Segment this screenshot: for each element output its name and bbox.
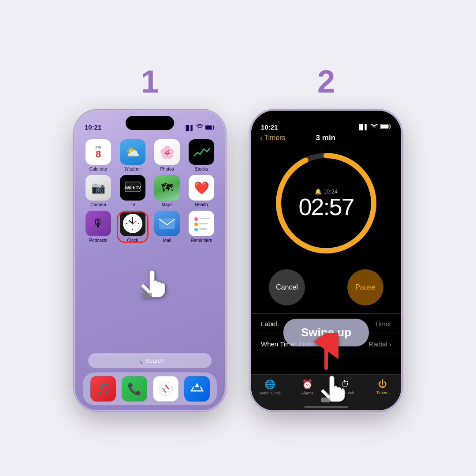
reminders-label: Reminders (191, 238, 212, 243)
mail-label: Mail (163, 238, 171, 243)
app-weather[interactable]: ⛅ Weather (117, 139, 148, 171)
iphone-1: 10:21 ▐▌▌ (75, 111, 225, 410)
svg-rect-35 (321, 398, 331, 402)
dock-phone[interactable]: 📞 (122, 376, 147, 402)
svg-rect-18 (199, 223, 208, 224)
svg-rect-14 (159, 218, 175, 229)
cal-day-num: 8 (96, 149, 101, 159)
svg-rect-20 (199, 228, 207, 230)
ends-row-value: Radial › (368, 340, 391, 348)
photos-label: Photos (160, 167, 174, 171)
search-icon: 🔍 (136, 357, 143, 364)
maps-label: Maps (162, 202, 172, 207)
app-podcasts[interactable]: 🎙 Podcasts (83, 211, 114, 243)
dock-appstore[interactable] (184, 376, 210, 402)
label-row-name: Label (261, 320, 277, 327)
timer-nav-title: 3 min (316, 134, 335, 142)
step-1-number: 1 (141, 66, 159, 97)
iphone-2: 10:21 ▐▌▌ (251, 111, 401, 410)
timer-screen: ‹ Timers 3 min 🔔 10:24 (251, 111, 401, 410)
pause-button[interactable]: Pause (347, 269, 383, 305)
dynamic-island-1 (126, 116, 174, 130)
alarms-label: Alarms (301, 391, 313, 395)
svg-point-15 (194, 217, 198, 221)
podcasts-label: Podcasts (89, 238, 107, 243)
health-label: Health (195, 202, 208, 207)
status-icons-1: ▐▌▌ (184, 124, 215, 131)
weather-label: Weather (124, 167, 141, 171)
camera-label: Camera (90, 202, 106, 207)
dock-1: 🎵 📞 (83, 372, 217, 405)
back-button[interactable]: ‹ Timers (260, 134, 286, 142)
svg-rect-1 (206, 125, 212, 129)
stocks-label: Stocks (195, 167, 208, 171)
status-icons-2: ▐▌▌ (357, 123, 391, 131)
step-2-wrapper: 2 10:21 ▐▌▌ (251, 66, 401, 410)
app-stocks[interactable]: Stocks (186, 139, 217, 171)
alarms-icon: ⏰ (302, 379, 313, 390)
svg-text:apple TV: apple TV (124, 185, 141, 190)
app-calendar[interactable]: FRI 8 Calendar (83, 139, 114, 171)
search-label: Search (145, 357, 164, 364)
app-tv[interactable]: apple TV TV (117, 175, 148, 207)
main-container: 1 10:21 ▐▌▌ (0, 0, 476, 476)
status-time-1: 10:21 (85, 123, 101, 131)
app-health[interactable]: ❤️ Health (186, 175, 217, 207)
step-2-number: 2 (317, 66, 335, 97)
arrow-up (313, 333, 339, 374)
signal-icon-2: ▐▌▌ (357, 124, 368, 130)
back-label: Timers (264, 134, 285, 142)
hand-cursor-1 (137, 266, 167, 305)
timers-icon: ⏻ (378, 379, 387, 389)
tab-alarms[interactable]: ⏰ Alarms (294, 379, 321, 395)
world-clock-label: World Clock (259, 391, 280, 395)
hand-cursor-2 (317, 373, 346, 408)
app-reminders[interactable]: Reminders (186, 211, 217, 243)
back-chevron: ‹ (260, 134, 262, 142)
timer-countdown: 02:57 (298, 195, 353, 219)
world-clock-icon: 🌐 (264, 379, 275, 390)
timer-buttons: Cancel Pause (251, 269, 401, 305)
app-clock[interactable]: Clock (117, 211, 148, 243)
home-screen-1: FRI 8 Calendar ⛅ Weather (75, 111, 225, 410)
clock-highlight (117, 211, 149, 243)
svg-rect-16 (199, 218, 210, 219)
timer-display: 🔔 10:24 02:57 (298, 188, 353, 219)
tab-world-clock[interactable]: 🌐 World Clock (257, 379, 283, 395)
app-camera[interactable]: 📷 Camera (83, 175, 114, 207)
app-maps[interactable]: 🗺 Maps (152, 175, 182, 207)
app-grid-1: FRI 8 Calendar ⛅ Weather (75, 135, 225, 247)
svg-point-17 (194, 223, 198, 226)
dock-safari[interactable] (153, 376, 178, 402)
label-row-value: Timer (375, 320, 391, 327)
app-mail[interactable]: Mail (152, 211, 182, 243)
battery-icon-2 (380, 123, 391, 131)
step-1-wrapper: 1 10:21 ▐▌▌ (75, 66, 225, 410)
status-time-2: 10:21 (261, 123, 278, 131)
svg-rect-28 (141, 293, 152, 298)
dynamic-island-2 (302, 116, 350, 130)
battery-icon-1 (205, 125, 215, 131)
svg-point-19 (194, 228, 198, 231)
calendar-label: Calendar (89, 167, 108, 171)
timer-nav: ‹ Timers 3 min (251, 134, 401, 142)
dock-music[interactable]: 🎵 (90, 376, 116, 402)
svg-rect-30 (381, 125, 389, 129)
tv-label: TV (130, 202, 136, 207)
cancel-button[interactable]: Cancel (269, 269, 305, 305)
wifi-icon-1 (196, 124, 203, 131)
timer-circle: 🔔 10:24 02:57 (273, 150, 379, 256)
tab-timers[interactable]: ⏻ Timers (369, 379, 396, 395)
timers-label: Timers (376, 390, 388, 395)
app-photos[interactable]: 🌸 Photos (152, 139, 182, 171)
wifi-icon-2 (371, 123, 378, 131)
signal-icon-1: ▐▌▌ (184, 125, 194, 131)
search-bar[interactable]: 🔍 Search (88, 353, 212, 368)
